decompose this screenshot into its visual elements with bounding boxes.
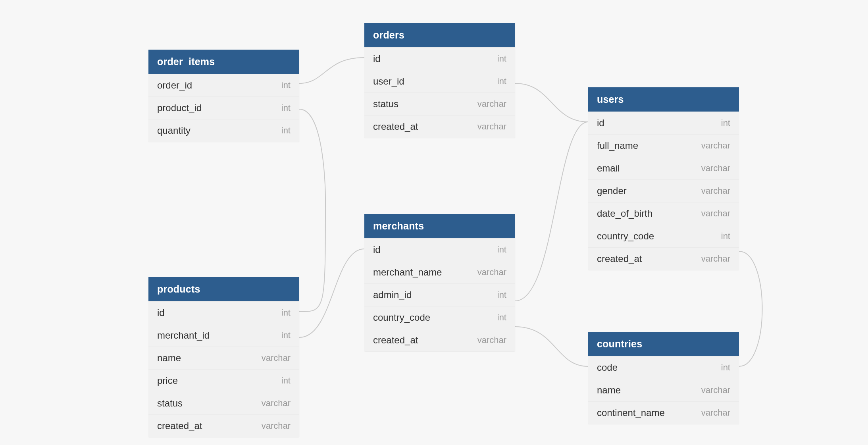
column-row[interactable]: price int [148, 369, 299, 392]
column-name: id [157, 307, 165, 318]
column-row[interactable]: user_id int [364, 70, 515, 92]
column-name: user_id [373, 76, 404, 87]
column-name: order_id [157, 80, 192, 91]
column-row[interactable]: id int [364, 238, 515, 261]
column-name: created_at [157, 420, 202, 432]
column-row[interactable]: admin_id int [364, 283, 515, 306]
table-header: order_items [148, 50, 299, 74]
column-row[interactable]: id int [364, 47, 515, 70]
table-header: products [148, 277, 299, 301]
column-name: quantity [157, 125, 191, 136]
column-name: status [373, 98, 398, 110]
table-header: orders [364, 23, 515, 47]
column-row[interactable]: quantity int [148, 119, 299, 142]
column-type: varchar [701, 141, 730, 151]
column-row[interactable]: country_code int [364, 306, 515, 329]
column-name: product_id [157, 102, 202, 114]
column-row[interactable]: code int [588, 356, 739, 379]
column-type: int [721, 362, 730, 373]
column-row[interactable]: created_at varchar [588, 247, 739, 270]
table-header: countries [588, 332, 739, 356]
column-name: merchant_name [373, 267, 442, 278]
column-name: continent_name [597, 407, 665, 418]
column-row[interactable]: created_at varchar [364, 329, 515, 351]
column-row[interactable]: merchant_name varchar [364, 261, 515, 283]
table-countries[interactable]: countries code int name varchar continen… [588, 332, 739, 424]
column-type: int [497, 54, 506, 64]
table-order-items[interactable]: order_items order_id int product_id int … [148, 50, 299, 142]
column-name: gender [597, 185, 627, 196]
column-type: varchar [701, 186, 730, 196]
column-name: country_code [597, 231, 654, 242]
column-type: varchar [477, 267, 506, 277]
column-row[interactable]: name varchar [588, 379, 739, 401]
column-name: id [373, 244, 381, 255]
column-name: merchant_id [157, 330, 210, 341]
column-type: int [497, 76, 506, 87]
column-row[interactable]: email varchar [588, 157, 739, 179]
column-type: varchar [701, 385, 730, 395]
column-type: int [281, 330, 291, 341]
column-type: int [721, 118, 730, 128]
column-type: varchar [701, 208, 730, 219]
column-type: int [281, 376, 291, 386]
column-name: status [157, 398, 183, 409]
column-row[interactable]: full_name varchar [588, 134, 739, 157]
column-name: price [157, 375, 178, 386]
column-type: int [497, 290, 506, 300]
column-row[interactable]: status varchar [364, 92, 515, 115]
column-name: created_at [373, 335, 418, 346]
column-name: name [157, 353, 181, 364]
column-name: id [597, 118, 604, 129]
column-type: int [281, 308, 291, 318]
column-name: created_at [597, 253, 642, 264]
column-type: varchar [701, 408, 730, 418]
column-row[interactable]: created_at varchar [364, 115, 515, 138]
column-row[interactable]: name varchar [148, 347, 299, 369]
column-row[interactable]: id int [588, 112, 739, 134]
column-type: varchar [262, 398, 291, 408]
column-type: varchar [477, 121, 506, 132]
column-type: int [281, 103, 291, 113]
column-name: country_code [373, 312, 430, 323]
column-name: id [373, 53, 381, 64]
column-type: int [497, 312, 506, 323]
column-row[interactable]: date_of_birth varchar [588, 202, 739, 225]
column-type: varchar [262, 353, 291, 363]
column-name: email [597, 163, 620, 174]
column-row[interactable]: country_code int [588, 225, 739, 247]
column-name: date_of_birth [597, 208, 652, 219]
table-users[interactable]: users id int full_name varchar email var… [588, 87, 739, 270]
table-orders[interactable]: orders id int user_id int status varchar… [364, 23, 515, 138]
column-row[interactable]: status varchar [148, 392, 299, 414]
column-type: int [281, 125, 291, 136]
column-type: int [281, 80, 291, 91]
column-row[interactable]: continent_name varchar [588, 401, 739, 424]
column-type: varchar [262, 421, 291, 431]
column-name: created_at [373, 121, 418, 132]
column-type: varchar [477, 99, 506, 109]
column-name: admin_id [373, 289, 412, 301]
table-products[interactable]: products id int merchant_id int name var… [148, 277, 299, 437]
column-name: code [597, 362, 618, 373]
column-row[interactable]: created_at varchar [148, 414, 299, 437]
table-merchants[interactable]: merchants id int merchant_name varchar a… [364, 214, 515, 351]
table-header: merchants [364, 214, 515, 238]
column-name: name [597, 385, 621, 396]
column-row[interactable]: product_id int [148, 96, 299, 119]
column-type: int [721, 231, 730, 241]
column-row[interactable]: merchant_id int [148, 324, 299, 347]
column-type: int [497, 245, 506, 255]
column-row[interactable]: order_id int [148, 74, 299, 96]
column-type: varchar [701, 254, 730, 264]
column-row[interactable]: id int [148, 301, 299, 324]
column-row[interactable]: gender varchar [588, 179, 739, 202]
column-name: full_name [597, 140, 638, 151]
table-header: users [588, 87, 739, 112]
column-type: varchar [701, 163, 730, 173]
column-type: varchar [477, 335, 506, 345]
er-diagram-canvas[interactable]: order_items order_id int product_id int … [0, 0, 868, 445]
